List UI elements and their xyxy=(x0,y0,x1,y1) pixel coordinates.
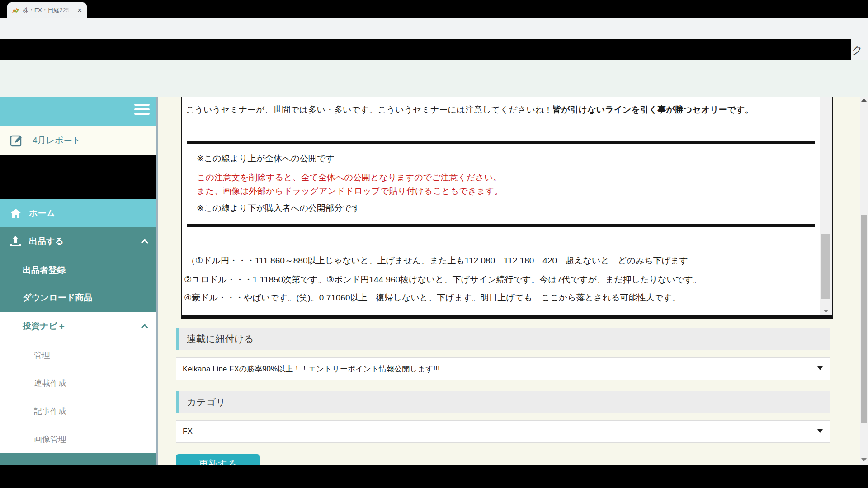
select-caret-icon xyxy=(817,366,823,370)
sidebar-menu-toggle[interactable] xyxy=(0,97,156,126)
editor-divider xyxy=(187,141,815,144)
sidebar: 4月レポート ホーム 出品する 出品者登録 ダウンロード商品 投資ナビ＋ 管理 … xyxy=(0,97,156,465)
home-icon xyxy=(10,208,22,219)
browser-tab-bar: 株・FX・日経225 ✕ xyxy=(0,0,868,18)
tab-close-icon[interactable]: ✕ xyxy=(77,7,82,14)
top-strip: ク xyxy=(0,39,868,60)
chevron-up-icon xyxy=(141,239,149,244)
article-editor[interactable]: こういうセミナーが、世間では多い・多いです。こういうセミナーには注意してください… xyxy=(181,97,833,319)
sidebar-item-image-manage[interactable]: 画像管理 xyxy=(0,425,156,453)
page-scrollbar[interactable] xyxy=(860,97,868,465)
select-caret-icon xyxy=(817,429,823,433)
redacted-block-sidebar xyxy=(0,155,156,199)
series-select[interactable]: Keikana Line FXの勝率90%以上！！エントリーポイント情報公開しま… xyxy=(176,357,830,380)
browser-toolbar: ← → Gogo Jungle Inc. [JP] | https://www.… xyxy=(0,18,868,39)
scroll-down-button[interactable] xyxy=(820,306,832,315)
sidebar-item-article-create[interactable]: 記事作成 xyxy=(0,397,156,425)
stray-character: ク xyxy=(852,43,863,57)
sidebar-item-sell[interactable]: 出品する xyxy=(0,227,156,256)
sidebar-item-manage[interactable]: 管理 xyxy=(0,341,156,369)
upload-icon xyxy=(9,235,22,247)
sidebar-item-april-report[interactable]: 4月レポート xyxy=(0,126,156,155)
editor-scrollbar-thumb[interactable] xyxy=(821,234,830,299)
category-select[interactable]: FX xyxy=(176,420,830,443)
category-section-header: カテゴリ xyxy=(176,391,830,413)
editor-body-line-1[interactable]: （①ドル円・・・111.860～880以上じゃないと、上げません。また上も112… xyxy=(187,255,688,267)
app-header: 投資家の英知をすべての人に。 GogoJungle keikanaさん 言語 J… xyxy=(0,60,868,97)
update-button[interactable]: 更新する xyxy=(176,454,260,465)
sidebar-item-mail-magazine[interactable]: メールマガジン xyxy=(0,453,156,465)
editor-scrollbar[interactable] xyxy=(820,97,832,315)
editor-note-below[interactable]: ※この線より下が購入者への公開部分です xyxy=(197,202,360,214)
redacted-block-bottom xyxy=(0,465,868,488)
sidebar-item-seller-registration[interactable]: 出品者登録 xyxy=(0,256,156,284)
editor-body-line-3[interactable]: ④豪ドル・・・やばいです。(笑)。0.71060以上 復帰しないと、下げます。明… xyxy=(184,292,680,304)
chevron-up-icon xyxy=(141,324,149,329)
sidebar-item-download-products[interactable]: ダウンロード商品 xyxy=(0,284,156,312)
editor-note-above[interactable]: ※この線より上が全体への公開です xyxy=(197,153,335,164)
page-scrollbar-thumb[interactable] xyxy=(861,215,867,423)
tab-title-fade xyxy=(61,5,71,15)
browser-tab[interactable]: 株・FX・日経225 ✕ xyxy=(7,2,87,18)
edit-note-icon xyxy=(10,134,24,147)
series-section-header: 連載に紐付ける xyxy=(176,328,830,350)
redacted-block-top xyxy=(0,39,851,60)
sidebar-item-invest-navi[interactable]: 投資ナビ＋ xyxy=(0,312,156,341)
sidebar-item-home[interactable]: ホーム xyxy=(0,199,156,227)
editor-line[interactable]: こういうセミナーが、世間では多い・多いです。こういうセミナーには注意してください… xyxy=(186,104,753,116)
favicon-chart-icon xyxy=(12,7,19,14)
sidebar-item-series-create[interactable]: 連載作成 xyxy=(0,369,156,397)
scroll-down-button[interactable] xyxy=(861,458,867,461)
editor-body-line-2[interactable]: ②ユロドル・・・1.11850次第です。③ポンド円144.960抜けないと、下げ… xyxy=(184,274,702,286)
editor-divider xyxy=(187,224,815,227)
editor-warning-2[interactable]: また、画像は外部からドラッグアンドドロップで貼り付けることもできます。 xyxy=(197,185,503,197)
hamburger-icon xyxy=(134,104,150,117)
main-content: こういうセミナーが、世間では多い・多いです。こういうセミナーには注意してください… xyxy=(158,97,860,465)
scroll-up-button[interactable] xyxy=(861,99,867,102)
editor-warning-1[interactable]: この注意文を削除すると、全て全体への公開となりますのでご注意ください。 xyxy=(197,172,501,183)
